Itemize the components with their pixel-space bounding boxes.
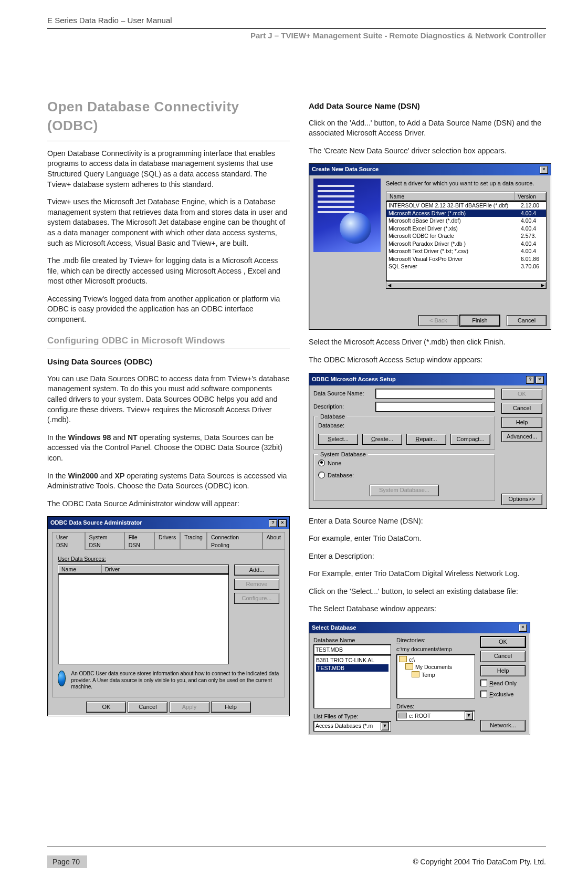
page-number: Page 70: [47, 855, 87, 868]
label-drives: Drives:: [396, 703, 475, 711]
label-dsn: Data Source Name:: [313, 390, 375, 398]
driver-row[interactable]: Microsoft Text Driver (*.txt; *.csv)4.00…: [386, 247, 546, 255]
list-type-select[interactable]: Access Databases (*.m▼: [313, 721, 391, 732]
para: The .mdb file created by Tview+ for logg…: [47, 256, 290, 287]
file-list[interactable]: B381 TRIO TC-LINK ALTEST.MDB: [313, 655, 391, 708]
driver-row[interactable]: Microsoft Visual FoxPro Driver6.01.86: [386, 255, 546, 263]
help-button[interactable]: Help: [501, 417, 542, 428]
para: In the Windows 98 and NT operating syste…: [47, 433, 290, 464]
driver-row[interactable]: Microsoft Paradox Driver (*.db )4.00.4: [386, 240, 546, 247]
cancel-button[interactable]: Cancel: [480, 651, 526, 662]
radio-none[interactable]: None: [318, 459, 490, 467]
title-text: ODBC Data Source Administrator: [50, 519, 142, 527]
folder-open-icon: [399, 656, 407, 662]
create-button[interactable]: Create...: [362, 434, 402, 445]
para: Accessing Tview's logged data from anoth…: [47, 294, 290, 325]
help-button[interactable]: Help: [211, 702, 251, 713]
file-item[interactable]: B381 TRIO TC-LINK AL: [316, 656, 388, 664]
titlebar[interactable]: ODBC Data Source Administrator ?×: [48, 517, 289, 529]
network-button[interactable]: Network...: [480, 720, 526, 731]
dsn-input[interactable]: [375, 389, 495, 399]
driver-row[interactable]: Microsoft Access Driver (*.mdb)4.00.4: [386, 210, 546, 217]
tab-user-dsn[interactable]: User DSN: [52, 532, 85, 550]
options-button[interactable]: Options>>: [501, 494, 542, 505]
readonly-checkbox[interactable]: Read Only: [480, 680, 526, 687]
label-database: Database:: [318, 422, 490, 430]
close-icon[interactable]: ×: [536, 376, 544, 384]
help-icon[interactable]: ?: [526, 376, 534, 384]
tab-connection-pooling[interactable]: Connection Pooling: [207, 532, 262, 550]
cancel-button[interactable]: Cancel: [507, 315, 547, 326]
dialog-create-new-ds: Create New Data Source × Select a driver…: [309, 163, 551, 330]
tab-about[interactable]: About: [262, 532, 285, 550]
right-column: Add Data Source Name (DSN) Click on the …: [309, 98, 551, 743]
system-database-button: System Database...: [370, 485, 439, 496]
radio-database[interactable]: Database:: [318, 472, 490, 479]
back-button: < Back: [418, 315, 458, 326]
database-name-input[interactable]: TEST.MDB: [313, 644, 391, 655]
cancel-button[interactable]: Cancel: [501, 403, 542, 414]
titlebar[interactable]: ODBC Microsoft Access Setup ?×: [309, 373, 547, 385]
para: You can use Data Sources ODBC to access …: [47, 374, 290, 425]
heading-add-dsn: Add Data Source Name (DSN): [309, 101, 551, 112]
subsection-rule: [47, 349, 290, 349]
driver-list-header: NameVersion: [386, 192, 547, 201]
finish-button[interactable]: Finish: [460, 315, 500, 326]
para: For Example, enter Trio DataCom Digital …: [309, 569, 551, 579]
help-button[interactable]: Help: [480, 665, 526, 676]
dialog-odbc-admin: ODBC Data Source Administrator ?× User D…: [47, 516, 290, 716]
directory-tree[interactable]: c:\ My Documents Temp: [396, 654, 475, 698]
label-description: Description:: [313, 403, 375, 411]
driver-row[interactable]: INTERSOLV OEM 2.12 32-BIT dBASEFile (*.d…: [386, 202, 546, 209]
tab-strip: User DSNSystem DSNFile DSNDriversTracing…: [52, 532, 285, 550]
para: In the Win2000 and XP operating systems …: [47, 471, 290, 492]
advanced-button[interactable]: Advanced...: [501, 431, 542, 442]
ok-button[interactable]: OK: [480, 636, 526, 647]
configure-button: Configure...: [234, 593, 279, 604]
driver-row[interactable]: SQL Server3.70.06: [386, 263, 546, 270]
title-text: ODBC Microsoft Access Setup: [312, 375, 396, 383]
titlebar[interactable]: Create New Data Source ×: [309, 164, 551, 175]
section-title-odbc: Open Database Connectivity (ODBC): [47, 98, 290, 135]
para: The Select Database window appears:: [309, 604, 551, 614]
drive-icon: [398, 713, 407, 718]
add-button[interactable]: Add...: [234, 565, 279, 576]
ok-button[interactable]: OK: [86, 702, 126, 713]
list-header: NameDriver: [58, 565, 229, 574]
tab-tracing[interactable]: Tracing: [180, 532, 207, 550]
select-button[interactable]: SSelect...elect...: [318, 434, 358, 445]
compact-button[interactable]: Compact...: [450, 434, 490, 445]
group-database: Database Database: SSelect...elect... Cr…: [313, 416, 495, 450]
titlebar[interactable]: Select Database ×: [309, 622, 530, 633]
info-text: An ODBC User data source stores informat…: [71, 671, 279, 691]
title-text: Select Database: [312, 624, 356, 632]
close-icon[interactable]: ×: [278, 519, 287, 527]
exclusive-checkbox[interactable]: Exclusive: [480, 691, 526, 698]
driver-row[interactable]: Microsoft Excel Driver (*.xls)4.00.4: [386, 225, 546, 232]
close-icon[interactable]: ×: [540, 166, 548, 174]
driver-list[interactable]: INTERSOLV OEM 2.12 32-BIT dBASEFile (*.d…: [386, 201, 547, 281]
cancel-button[interactable]: Cancel: [128, 702, 167, 713]
heading-using-ds: Using Data Sources (ODBC): [47, 357, 290, 368]
left-column: Open Database Connectivity (ODBC) Open D…: [47, 98, 290, 743]
file-item[interactable]: TEST.MDB: [316, 664, 388, 672]
tab-system-dsn[interactable]: System DSN: [85, 532, 124, 550]
copyright: © Copyright 2004 Trio DataCom Pty. Ltd.: [413, 858, 546, 866]
horizontal-scrollbar[interactable]: ◄►: [386, 281, 547, 289]
group-system-database: System Database None Database: System Da…: [313, 454, 495, 501]
description-input[interactable]: [375, 402, 495, 412]
user-dsn-list[interactable]: [58, 574, 229, 664]
para: Enter a Data Source Name (DSN):: [309, 516, 551, 527]
drives-select[interactable]: c: ROOT▼: [396, 711, 475, 721]
tab-file-dsn[interactable]: File DSN: [124, 532, 154, 550]
close-icon[interactable]: ×: [519, 624, 527, 632]
driver-row[interactable]: Microsoft dBase Driver (*.dbf)4.00.4: [386, 217, 546, 224]
repair-button[interactable]: Repair...: [406, 434, 446, 445]
para: The ODBC Microsoft Access Setup window a…: [309, 355, 551, 365]
para: For example, enter Trio DataCom.: [309, 534, 551, 544]
driver-row[interactable]: Microsoft ODBC for Oracle2.573.: [386, 232, 546, 239]
tab-drivers[interactable]: Drivers: [154, 532, 180, 550]
subsection-configuring: Configuring ODBC in Microsoft Windows: [47, 335, 290, 347]
ok-button: OK: [501, 389, 542, 400]
help-icon[interactable]: ?: [269, 519, 277, 527]
